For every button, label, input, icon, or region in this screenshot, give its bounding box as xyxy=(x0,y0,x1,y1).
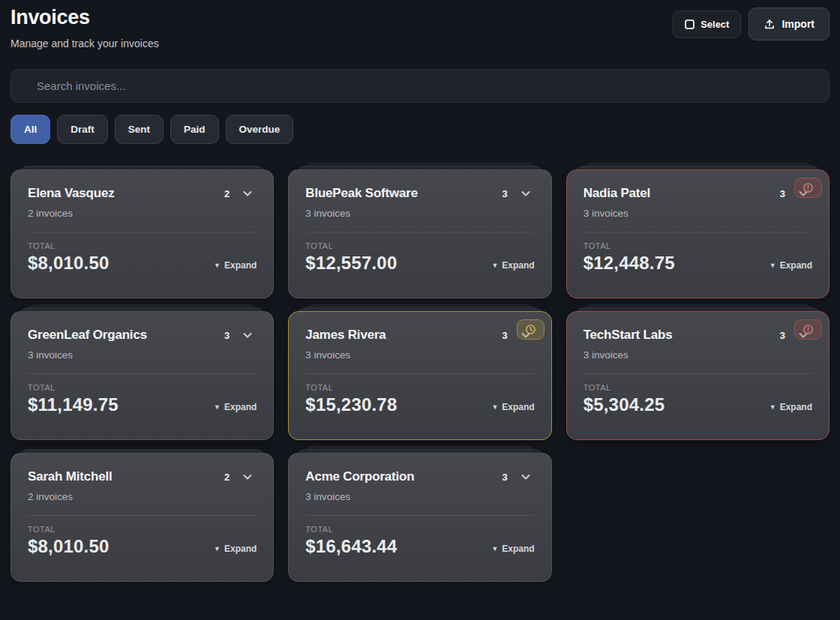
invoices-count-text: 3 invoices xyxy=(28,349,256,361)
total-label: TOTAL xyxy=(28,241,256,250)
total-label: TOTAL xyxy=(28,525,256,534)
chevron-down-icon[interactable] xyxy=(242,187,254,199)
card-bottom-row: $5,304.25 ▼ Expand xyxy=(584,394,812,415)
import-button[interactable]: Import xyxy=(748,7,830,40)
card-client-name: TechStart Labs xyxy=(584,328,673,343)
invoice-card-body: GreenLeaf Organics 3 3 invoices TOTAL $1… xyxy=(10,311,274,440)
card-bottom-row: $16,643.44 ▼ Expand xyxy=(305,536,534,557)
expand-label: Expand xyxy=(780,260,812,271)
invoice-count: 3 xyxy=(502,330,507,341)
invoices-count-text: 3 invoices xyxy=(584,349,812,361)
invoice-card-body: Acme Corporation 3 3 invoices TOTAL $16,… xyxy=(288,453,551,582)
total-label: TOTAL xyxy=(28,383,256,392)
invoice-card[interactable]: Sarah Mitchell 2 2 invoices TOTAL $8,010… xyxy=(10,453,274,582)
invoice-card[interactable]: Elena Vasquez 2 2 invoices TOTAL $8,010.… xyxy=(10,169,274,298)
card-divider xyxy=(28,232,256,232)
card-bottom-row: $12,557.00 ▼ Expand xyxy=(305,253,534,274)
checkbox-icon xyxy=(685,19,694,29)
invoice-card[interactable]: Nadia Patel 3 3 invoices TOTAL $12,448.7… xyxy=(566,169,830,298)
card-client-name: Nadia Patel xyxy=(584,186,650,201)
header-actions: Select Import xyxy=(673,7,830,40)
card-header: Nadia Patel 3 xyxy=(584,186,812,201)
invoice-count: 3 xyxy=(780,330,785,341)
expand-button[interactable]: ▼ Expand xyxy=(214,544,256,557)
invoice-card-body: TechStart Labs 3 3 invoices TOTAL $5,304… xyxy=(566,311,830,440)
filter-tab-label: Draft xyxy=(70,124,94,135)
card-header-right: 3 xyxy=(502,187,534,199)
invoice-card-body: BluePeak Software 3 3 invoices TOTAL $12… xyxy=(288,169,551,298)
total-amount: $8,010.50 xyxy=(28,253,110,274)
total-amount: $8,010.50 xyxy=(28,536,110,557)
card-header-right: 2 xyxy=(224,471,256,483)
select-button[interactable]: Select xyxy=(673,10,741,38)
expand-button[interactable]: ▼ Expand xyxy=(491,402,534,415)
expand-label: Expand xyxy=(780,402,812,412)
expand-button[interactable]: ▼ Expand xyxy=(214,260,256,274)
card-divider xyxy=(584,232,812,232)
chevron-down-icon[interactable] xyxy=(242,471,254,483)
card-bottom-row: $11,149.75 ▼ Expand xyxy=(28,394,256,415)
card-header-right: 3 xyxy=(502,471,534,483)
filter-tab-label: Sent xyxy=(128,124,150,135)
filter-tab-paid[interactable]: Paid xyxy=(170,115,219,144)
invoice-card[interactable]: GreenLeaf Organics 3 3 invoices TOTAL $1… xyxy=(10,311,274,440)
invoices-count-text: 3 invoices xyxy=(305,349,534,361)
filter-tab-label: All xyxy=(24,124,37,135)
card-divider xyxy=(28,373,256,374)
card-client-name: Elena Vasquez xyxy=(28,186,115,201)
total-label: TOTAL xyxy=(305,525,534,534)
total-amount: $16,643.44 xyxy=(305,536,397,557)
card-client-name: GreenLeaf Organics xyxy=(28,328,147,343)
invoices-count-text: 3 invoices xyxy=(305,208,534,219)
total-label: TOTAL xyxy=(305,383,534,392)
expand-label: Expand xyxy=(502,544,534,554)
total-label: TOTAL xyxy=(305,241,534,250)
filter-tab-overdue[interactable]: Overdue xyxy=(226,115,294,144)
invoice-card[interactable]: TechStart Labs 3 3 invoices TOTAL $5,304… xyxy=(566,311,830,440)
page-title: Invoices xyxy=(10,6,159,29)
invoice-count: 3 xyxy=(502,472,507,483)
page-subtitle: Manage and track your invoices xyxy=(10,37,159,49)
invoices-count-text: 3 invoices xyxy=(584,208,812,219)
chevron-down-icon[interactable] xyxy=(520,187,532,199)
status-badge xyxy=(794,178,822,198)
invoices-count-text: 2 invoices xyxy=(28,491,256,502)
import-button-label: Import xyxy=(782,18,814,30)
invoice-card[interactable]: BluePeak Software 3 3 invoices TOTAL $12… xyxy=(288,169,551,298)
invoices-count-text: 2 invoices xyxy=(28,208,256,219)
expand-button[interactable]: ▼ Expand xyxy=(491,544,534,557)
expand-button[interactable]: ▼ Expand xyxy=(770,260,812,274)
total-label: TOTAL xyxy=(584,241,812,250)
expand-triangle-icon: ▼ xyxy=(770,262,776,269)
select-button-label: Select xyxy=(700,19,729,30)
expand-button[interactable]: ▼ Expand xyxy=(770,402,812,415)
chevron-down-icon[interactable] xyxy=(520,471,532,483)
card-client-name: Acme Corporation xyxy=(305,469,414,484)
expand-triangle-icon: ▼ xyxy=(770,404,776,411)
card-header-right: 3 xyxy=(224,329,256,341)
invoice-count: 2 xyxy=(224,188,230,199)
expand-button[interactable]: ▼ Expand xyxy=(491,260,534,274)
invoice-card[interactable]: Acme Corporation 3 3 invoices TOTAL $16,… xyxy=(288,453,551,582)
search-bar xyxy=(10,69,830,103)
expand-triangle-icon: ▼ xyxy=(214,404,220,411)
invoice-card-body: Elena Vasquez 2 2 invoices TOTAL $8,010.… xyxy=(10,169,274,298)
status-badge xyxy=(517,319,544,340)
chevron-down-icon[interactable] xyxy=(242,329,254,341)
card-client-name: BluePeak Software xyxy=(305,186,418,201)
expand-button[interactable]: ▼ Expand xyxy=(214,402,256,415)
card-header: James Rivera 3 xyxy=(305,328,534,343)
card-header: TechStart Labs 3 xyxy=(584,328,812,343)
search-input[interactable] xyxy=(10,69,830,103)
invoice-card[interactable]: James Rivera 3 3 invoices TOTAL $15,230.… xyxy=(288,311,551,440)
card-divider xyxy=(305,373,534,374)
invoice-count: 3 xyxy=(502,188,507,199)
card-bottom-row: $15,230.78 ▼ Expand xyxy=(305,394,534,415)
filter-tab-all[interactable]: All xyxy=(10,115,50,144)
filter-tab-draft[interactable]: Draft xyxy=(57,115,108,144)
card-header: Elena Vasquez 2 xyxy=(28,186,256,201)
total-amount: $15,230.78 xyxy=(305,394,397,415)
total-amount: $12,557.00 xyxy=(305,253,397,274)
filter-tab-sent[interactable]: Sent xyxy=(115,115,164,144)
invoice-count: 3 xyxy=(224,330,230,341)
